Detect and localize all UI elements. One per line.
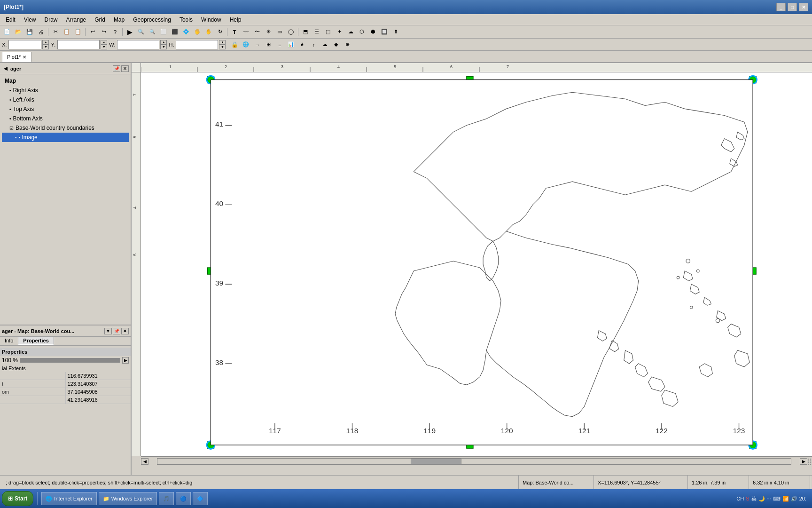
cloud-btn[interactable]: ☁ [320, 40, 330, 50]
layer-map[interactable]: Map [2, 76, 129, 86]
zoom-in-button[interactable]: 🔍 [136, 27, 146, 37]
star-btn2[interactable]: ★ [297, 40, 307, 50]
layer-top-axis[interactable]: • Top Axis [2, 104, 129, 114]
extra-tool-5[interactable]: ☁ [345, 27, 356, 37]
bottom-panel-dropdown[interactable]: ▼ [104, 328, 112, 334]
layer-right-axis[interactable]: • Right Axis [2, 86, 129, 95]
tab-plot1[interactable]: Plot1* ✕ [2, 52, 31, 62]
scroll-left-btn[interactable]: ◀ [141, 458, 148, 465]
print-button[interactable]: 🖨 [36, 27, 46, 37]
scroll-thumb[interactable] [411, 459, 461, 464]
extra-tool-4[interactable]: ✦ [334, 27, 344, 37]
layer-image[interactable]: ▪ ▪ Image [2, 133, 129, 142]
chart-btn[interactable]: 📊 [286, 40, 296, 50]
menu-grid[interactable]: Grid [91, 16, 109, 24]
menu-geoprocessing[interactable]: Geoprocessing [129, 16, 175, 24]
ellipse-tool[interactable]: ◯ [286, 27, 296, 37]
h-input[interactable]: 4.102604 [176, 40, 218, 49]
menu-draw[interactable]: Draw [40, 16, 61, 24]
menu-map[interactable]: Map [110, 16, 128, 24]
panel-back-arrow[interactable]: ◀ [2, 65, 9, 72]
taskbar-ie[interactable]: 🌐 Internet Explorer [41, 492, 96, 505]
identify-button[interactable]: 💠 [181, 27, 191, 37]
menu-help[interactable]: Help [226, 16, 245, 24]
minimize-button[interactable]: _ [776, 3, 786, 11]
x-spinner[interactable]: ▲ ▼ [42, 40, 49, 49]
grid-btn[interactable]: ⊞ [263, 40, 273, 50]
w-spinner[interactable]: ▲ ▼ [160, 40, 167, 49]
svg-text:7: 7 [507, 64, 509, 69]
layer-world-boundaries[interactable]: ☑ Base-World country boundaries [2, 123, 129, 133]
line-tool[interactable]: 〰 [241, 27, 251, 37]
lock-btn[interactable]: 🔒 [229, 40, 240, 50]
help-button[interactable]: ? [110, 27, 120, 37]
taskbar-media[interactable]: 🎵 [159, 492, 174, 505]
panel-close-button[interactable]: ✕ [121, 65, 129, 72]
rect-tool[interactable]: ▭ [274, 27, 285, 37]
redo-button[interactable]: ↪ [99, 27, 109, 37]
x-input[interactable]: 13 [8, 40, 41, 49]
tab-info[interactable]: Info [0, 337, 18, 345]
select-button[interactable]: ▶ [125, 27, 135, 37]
close-button[interactable]: ✕ [799, 3, 808, 11]
extra-tool-2[interactable]: ☰ [312, 27, 322, 37]
undo-button[interactable]: ↩ [87, 27, 98, 37]
refresh-button[interactable]: ↻ [215, 27, 225, 37]
taskbar-explorer[interactable]: 📁 Windows Explorer [99, 492, 157, 505]
zoom-out-button[interactable]: 🔍 [147, 27, 157, 37]
menu-window[interactable]: Window [197, 16, 225, 24]
taskbar-chrome[interactable]: 🔵 [176, 492, 191, 505]
paste-button[interactable]: 📋 [73, 27, 83, 37]
star-tool[interactable]: ✳ [263, 27, 273, 37]
menu-tools[interactable]: Tools [176, 16, 196, 24]
scale-bar[interactable] [20, 358, 120, 363]
maximize-button[interactable]: □ [788, 3, 797, 11]
extra-tool-6[interactable]: ⬡ [357, 27, 367, 37]
scale-adjust-btn[interactable]: ▶ [122, 357, 129, 364]
panel-pin-button[interactable]: 📌 [113, 65, 120, 72]
menu-view[interactable]: View [20, 16, 40, 24]
taskbar-app[interactable]: 🔷 [193, 492, 208, 505]
menu-arrange[interactable]: Arrange [62, 16, 90, 24]
layer-bottom-axis[interactable]: • Bottom Axis [2, 114, 129, 123]
h-spinner[interactable]: ▲ ▼ [219, 40, 226, 49]
scroll-center-handle: ⣿ [807, 458, 812, 465]
extra-tool-3[interactable]: ⬚ [323, 27, 333, 37]
w-input[interactable]: 6.318487 [117, 40, 159, 49]
tab-close-icon[interactable]: ✕ [23, 55, 26, 60]
arrow-btn2[interactable]: ↑ [308, 40, 319, 50]
layer-left-axis[interactable]: • Left Axis [2, 95, 129, 104]
compass-btn[interactable]: ⊕ [342, 40, 352, 50]
scroll-track[interactable] [157, 458, 791, 465]
status-scale: 1.26 in, 7.39 in [688, 476, 749, 489]
tab-properties[interactable]: Properties [18, 337, 54, 345]
y-spinner[interactable]: ▲ ▼ [101, 40, 107, 49]
copy-button[interactable]: 📋 [62, 27, 72, 37]
extra-tool-8[interactable]: 🔲 [379, 27, 390, 37]
menu-edit[interactable]: Edit [2, 16, 19, 24]
extra-tool-7[interactable]: ⬢ [368, 27, 378, 37]
save-button[interactable]: 💾 [24, 27, 35, 37]
extra-tool-1[interactable]: ⬒ [300, 27, 311, 37]
zoom-extent-button[interactable]: ⬜ [158, 27, 169, 37]
move-button[interactable]: ✋ [203, 27, 214, 37]
map-content[interactable]: 41 40 39 38 117 118 119 120 [141, 72, 812, 456]
scroll-bar-horizontal[interactable]: ◀ ▶ ⣿ [141, 456, 812, 466]
start-button[interactable]: ⊞ Start [2, 491, 33, 506]
new-button[interactable]: 📄 [2, 27, 12, 37]
bottom-panel-close[interactable]: ✕ [121, 328, 129, 334]
curve-tool[interactable]: 〜 [252, 27, 262, 37]
extra-tool-9[interactable]: ⬆ [390, 27, 401, 37]
pan-button[interactable]: 🖐 [192, 27, 203, 37]
bottom-panel-pin[interactable]: 📌 [113, 328, 120, 334]
arrow-btn[interactable]: → [252, 40, 262, 50]
zoom-full-button[interactable]: ⬛ [170, 27, 180, 37]
open-button[interactable]: 📂 [13, 27, 23, 37]
y-input[interactable]: 3.364115 [57, 40, 100, 49]
list-btn[interactable]: ≡ [274, 40, 285, 50]
diamond-btn[interactable]: ◆ [331, 40, 341, 50]
globe-btn[interactable]: 🌐 [241, 40, 251, 50]
cut-button[interactable]: ✂ [50, 27, 61, 37]
text-tool[interactable]: T [229, 27, 240, 37]
scroll-right-btn[interactable]: ▶ [800, 458, 807, 465]
